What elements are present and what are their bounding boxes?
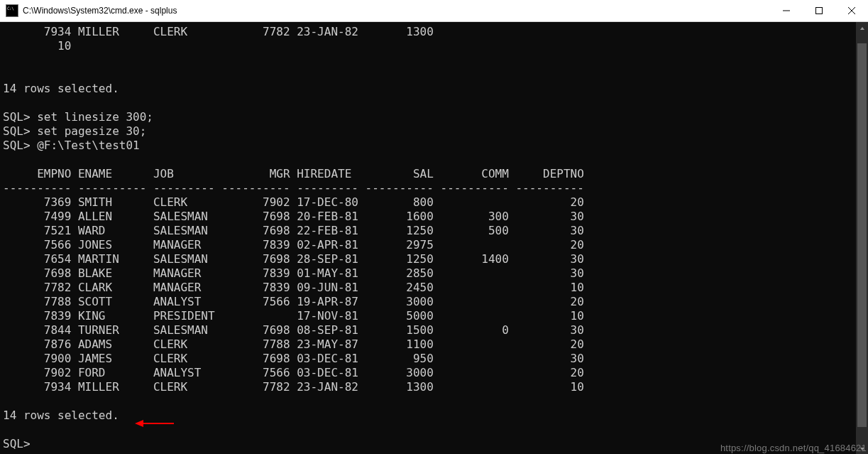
svg-rect-0 bbox=[816, 8, 823, 14]
cmd-icon bbox=[6, 4, 18, 17]
vertical-scrollbar[interactable] bbox=[856, 22, 868, 454]
scroll-thumb[interactable] bbox=[857, 43, 867, 427]
minimize-button[interactable] bbox=[770, 0, 803, 21]
window-titlebar: C:\Windows\System32\cmd.exe - sqlplus bbox=[0, 0, 868, 22]
close-button[interactable] bbox=[835, 0, 868, 21]
maximize-button[interactable] bbox=[803, 0, 835, 21]
client-area: 7934 MILLER CLERK 7782 23-JAN-82 1300 10… bbox=[0, 22, 868, 454]
window-title: C:\Windows\System32\cmd.exe - sqlplus bbox=[23, 6, 770, 16]
watermark-text: https://blog.csdn.net/qq_41684621 bbox=[720, 443, 867, 453]
window-controls bbox=[770, 0, 868, 21]
scroll-up-arrow-icon[interactable] bbox=[856, 22, 868, 34]
terminal-output[interactable]: 7934 MILLER CLERK 7782 23-JAN-82 1300 10… bbox=[0, 22, 856, 454]
